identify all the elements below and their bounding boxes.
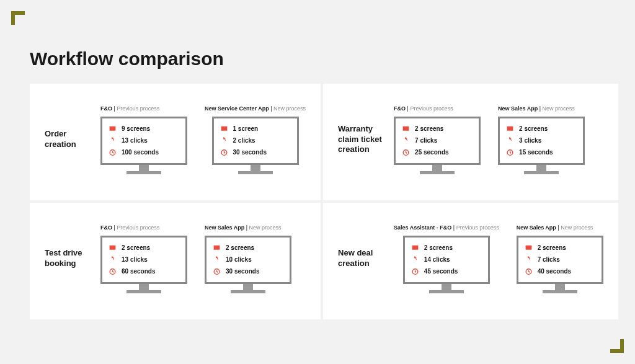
- time-icon: [220, 148, 228, 156]
- time-icon: [109, 267, 117, 275]
- screens-icon: [402, 125, 410, 133]
- svg-rect-6: [507, 127, 513, 131]
- monitor-label: Sales Assistant - F&O | Previous process: [394, 224, 499, 231]
- monitor-new: New Service Center App | New process 1 s…: [205, 105, 306, 174]
- svg-rect-14: [525, 246, 531, 250]
- metric-clicks: 13 clicks: [109, 136, 185, 144]
- metric-time: 15 seconds: [506, 148, 583, 156]
- monitor-label: New Sales App | New process: [498, 105, 575, 112]
- workflow-grid: Order creation F&O | Previous process 9 …: [30, 84, 605, 319]
- metric-clicks: 14 clicks: [411, 255, 488, 264]
- metric-screens: 2 screens: [109, 244, 185, 252]
- monitor-screen: 2 screens 13 clicks 60 seconds: [100, 236, 187, 284]
- workflow-panel: Warranty claim ticket creation F&O | Pre…: [323, 84, 618, 200]
- monitor-new: New Sales App | New process 2 screens 10…: [205, 224, 291, 293]
- metric-clicks: 7 clicks: [402, 136, 479, 144]
- monitor-label: F&O | Previous process: [100, 224, 159, 231]
- metric-clicks: 13 clicks: [109, 255, 185, 264]
- metric-screens: 2 screens: [525, 244, 602, 252]
- decor-corner-br: [610, 339, 624, 353]
- clicks-icon: [402, 136, 410, 144]
- metric-clicks: 2 clicks: [220, 136, 297, 144]
- workflow-panel: Order creation F&O | Previous process 9 …: [30, 84, 321, 200]
- page-title: Workflow comparison: [30, 48, 224, 69]
- workflow-name: New deal creation: [338, 248, 386, 269]
- time-icon: [411, 267, 419, 275]
- clicks-icon: [109, 255, 117, 264]
- monitor-new: New Sales App | New process 2 screens 7 …: [517, 224, 603, 293]
- clicks-icon: [525, 255, 533, 264]
- metric-time: 100 seconds: [109, 148, 185, 156]
- workflow-panel: New deal creation Sales Assistant - F&O …: [323, 203, 618, 319]
- metric-clicks: 7 clicks: [525, 255, 602, 264]
- metric-time: 40 seconds: [525, 267, 602, 275]
- monitor-screen: 2 screens 7 clicks 25 seconds: [394, 117, 481, 165]
- monitor-old: F&O | Previous process 2 screens 7 click…: [394, 105, 481, 174]
- screens-icon: [213, 244, 221, 252]
- monitor-screen: 2 screens 14 clicks 45 seconds: [403, 236, 490, 284]
- monitor-screen: 2 screens 7 clicks 40 seconds: [517, 236, 603, 284]
- svg-rect-4: [403, 127, 409, 131]
- monitor-label: New Sales App | New process: [517, 224, 593, 231]
- metric-clicks: 3 clicks: [506, 136, 583, 144]
- metric-screens: 2 screens: [411, 244, 488, 252]
- clicks-icon: [220, 136, 228, 144]
- svg-rect-12: [412, 246, 418, 250]
- svg-rect-0: [110, 127, 116, 131]
- monitor-screen: 2 screens 3 clicks 15 seconds: [498, 117, 585, 165]
- metric-screens: 9 screens: [109, 125, 185, 133]
- metric-time: 45 seconds: [411, 267, 488, 275]
- svg-rect-10: [214, 246, 220, 250]
- screens-icon: [109, 244, 117, 252]
- monitor-label: F&O | Previous process: [100, 105, 159, 112]
- metric-screens: 2 screens: [506, 125, 583, 133]
- monitor-label: New Sales App | New process: [205, 224, 282, 231]
- svg-rect-2: [221, 127, 227, 131]
- screens-icon: [411, 244, 419, 252]
- monitor-screen: 9 screens 13 clicks 100 seconds: [100, 117, 187, 165]
- metric-time: 60 seconds: [109, 267, 185, 275]
- time-icon: [109, 148, 117, 156]
- screens-icon: [506, 125, 514, 133]
- monitor-old: F&O | Previous process 9 screens 13 clic…: [100, 105, 187, 174]
- clicks-icon: [411, 255, 419, 264]
- time-icon: [213, 267, 221, 275]
- decor-corner-tl: [11, 11, 25, 25]
- workflow-name: Test drive booking: [45, 248, 93, 269]
- workflow-name: Warranty claim ticket creation: [338, 124, 386, 156]
- metric-time: 30 seconds: [220, 148, 297, 156]
- monitor-old: F&O | Previous process 2 screens 13 clic…: [100, 224, 187, 293]
- monitor-screen: 1 screen 2 clicks 30 seconds: [212, 117, 299, 165]
- svg-rect-8: [110, 246, 116, 250]
- time-icon: [402, 148, 410, 156]
- metric-screens: 1 screen: [220, 125, 297, 133]
- monitor-new: New Sales App | New process 2 screens 3 …: [498, 105, 585, 174]
- metric-time: 30 seconds: [213, 267, 290, 275]
- workflow-panel: Test drive booking F&O | Previous proces…: [30, 203, 321, 319]
- screens-icon: [525, 244, 533, 252]
- monitor-screen: 2 screens 10 clicks 30 seconds: [205, 236, 291, 284]
- metric-screens: 2 screens: [402, 125, 479, 133]
- clicks-icon: [506, 136, 514, 144]
- monitor-label: F&O | Previous process: [394, 105, 453, 112]
- monitor-old: Sales Assistant - F&O | Previous process…: [394, 224, 499, 293]
- workflow-name: Order creation: [45, 129, 93, 150]
- screens-icon: [220, 125, 228, 133]
- monitor-label: New Service Center App | New process: [205, 105, 306, 112]
- time-icon: [506, 148, 514, 156]
- metric-time: 25 seconds: [402, 148, 479, 156]
- metric-screens: 2 screens: [213, 244, 290, 252]
- time-icon: [525, 267, 533, 275]
- clicks-icon: [109, 136, 117, 144]
- screens-icon: [109, 125, 117, 133]
- metric-clicks: 10 clicks: [213, 255, 290, 264]
- clicks-icon: [213, 255, 221, 264]
